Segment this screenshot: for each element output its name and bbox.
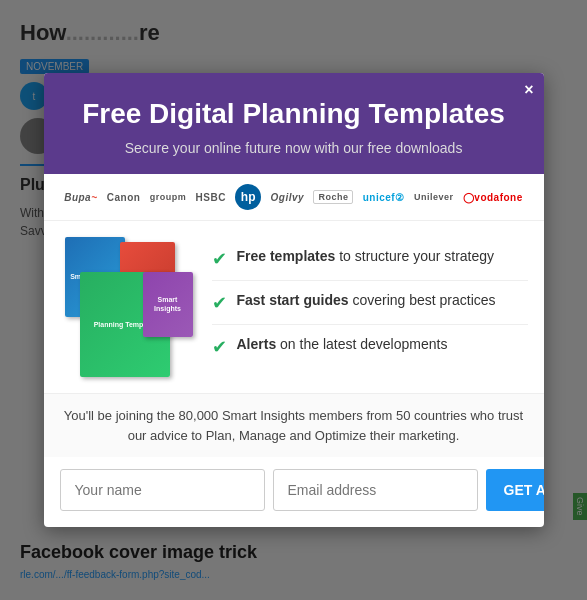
check-icon-1: ✔ [212,248,227,270]
logo-unicef: unicef② [363,192,405,203]
feature-bold-3: Alerts [237,336,277,352]
modal-title: Free Digital Planning Templates [64,97,524,131]
submit-button[interactable]: GET ACCESS › [486,469,544,511]
modal-overlay: × Free Digital Planning Templates Secure… [0,0,587,600]
logo-hsbc: HSBC [196,192,226,203]
feature-text-2: Fast start guides covering best practice… [237,291,496,311]
check-icon-3: ✔ [212,336,227,358]
features-list: ✔ Free templates to structure your strat… [212,237,528,377]
modal-form[interactable]: GET ACCESS › [44,457,544,527]
close-button[interactable]: × [524,81,533,99]
book-4-label: Smart Insights [143,272,193,337]
feature-text-3: Alerts on the latest developments [237,335,448,355]
feature-text-1: Free templates to structure your strateg… [237,247,495,267]
feature-item-3: ✔ Alerts on the latest developments [212,325,528,368]
feature-item-1: ✔ Free templates to structure your strat… [212,237,528,281]
books-area: Smart Insights Marketing Template Planni… [60,237,200,377]
logo-vodafone: ◯vodafone [463,192,523,203]
logo-bupa: Bupa~ [64,192,97,203]
logo-roche: Roche [313,190,353,204]
book-4: Smart Insights [143,272,193,337]
feature-bold-2: Fast start guides [237,292,349,308]
modal-subtitle: Secure your online future now with our f… [64,140,524,156]
name-input[interactable] [60,469,265,511]
logo-groupm: groupm [150,192,187,202]
logo-canon: Canon [107,192,141,203]
trust-text: You'll be joining the 80,000 Smart Insig… [64,406,524,445]
books-stack: Smart Insights Marketing Template Planni… [65,237,195,377]
logo-ogilvy: Ogilvy [271,192,305,203]
submit-label: GET ACCESS [504,482,544,498]
feature-rest-1: to structure your strategy [335,248,494,264]
feature-rest-3: on the latest developments [276,336,447,352]
feature-rest-2: covering best practices [349,292,496,308]
modal: × Free Digital Planning Templates Secure… [44,73,544,528]
feature-item-2: ✔ Fast start guides covering best practi… [212,281,528,325]
email-input[interactable] [273,469,478,511]
modal-header: Free Digital Planning Templates Secure y… [44,73,544,175]
logo-hp: hp [235,184,261,210]
modal-body: Smart Insights Marketing Template Planni… [44,221,544,393]
trust-section: You'll be joining the 80,000 Smart Insig… [44,393,544,457]
logo-unilever: Unilever [414,192,454,202]
check-icon-2: ✔ [212,292,227,314]
logos-bar: Bupa~ Canon groupm HSBC hp Ogilvy Roche … [44,174,544,221]
feature-bold-1: Free templates [237,248,336,264]
